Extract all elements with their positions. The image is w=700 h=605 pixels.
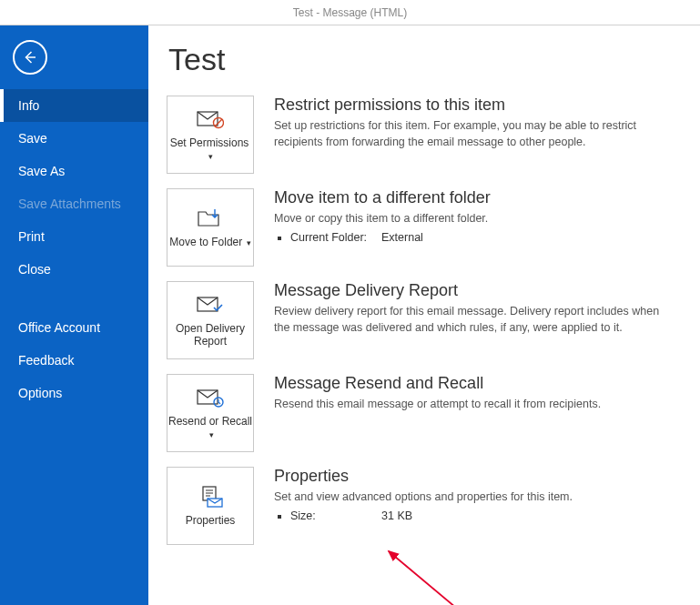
section-title-resend: Message Resend and Recall bbox=[274, 374, 673, 393]
envelope-restrict-icon bbox=[196, 107, 225, 131]
chevron-down-icon: ▾ bbox=[244, 238, 251, 247]
svg-line-11 bbox=[389, 551, 456, 605]
envelope-resend-icon bbox=[196, 386, 225, 409]
arrow-left-icon bbox=[22, 49, 38, 66]
annotation-arrow bbox=[383, 546, 474, 605]
tile-label: Open Delivery Report bbox=[167, 322, 253, 348]
section-title-delivery: Message Delivery Report bbox=[274, 281, 673, 300]
folder-move-icon bbox=[196, 207, 225, 230]
sidebar-item-options[interactable]: Options bbox=[0, 377, 148, 409]
section-desc: Review delivery report for this email me… bbox=[274, 304, 673, 336]
size-row: Size:31 KB bbox=[290, 509, 673, 522]
section-title-permissions: Restrict permissions to this item bbox=[274, 96, 673, 115]
properties-icon bbox=[196, 485, 225, 509]
back-button[interactable] bbox=[13, 40, 47, 75]
sidebar-item-save[interactable]: Save bbox=[0, 122, 148, 155]
set-permissions-button[interactable]: Set Permissions ▾ bbox=[167, 96, 254, 174]
resend-or-recall-button[interactable]: Resend or Recall ▾ bbox=[167, 374, 254, 452]
sidebar-item-close[interactable]: Close bbox=[0, 253, 148, 286]
backstage-sidebar: Info Save Save As Save Attachments Print… bbox=[0, 25, 148, 605]
tile-label: Properties bbox=[186, 514, 236, 527]
tile-label: Set Permissions bbox=[170, 136, 249, 149]
section-desc: Resend this email message or attempt to … bbox=[274, 397, 673, 413]
move-to-folder-button[interactable]: Move to Folder ▾ bbox=[167, 188, 254, 267]
backstage-main: Test Set Permissions ▾ Restrict permissi… bbox=[148, 25, 700, 605]
sidebar-item-feedback[interactable]: Feedback bbox=[0, 344, 148, 377]
properties-button[interactable]: Properties bbox=[167, 467, 254, 545]
open-delivery-report-button[interactable]: Open Delivery Report bbox=[167, 281, 254, 359]
section-title-properties: Properties bbox=[274, 467, 673, 486]
tile-label: Move to Folder bbox=[169, 236, 242, 248]
section-desc: Set up restrictions for this item. For e… bbox=[274, 118, 673, 150]
sidebar-item-info[interactable]: Info bbox=[0, 89, 148, 122]
sidebar-item-save-attachments: Save Attachments bbox=[0, 187, 148, 220]
sidebar-item-save-as[interactable]: Save As bbox=[0, 155, 148, 187]
chevron-down-icon: ▾ bbox=[209, 430, 214, 439]
window-title: Test - Message (HTML) bbox=[0, 0, 700, 25]
sidebar-item-office-account[interactable]: Office Account bbox=[0, 311, 148, 344]
section-desc: Move or copy this item to a different fo… bbox=[274, 211, 673, 227]
sidebar-item-print[interactable]: Print bbox=[0, 220, 148, 253]
envelope-check-icon bbox=[196, 293, 225, 317]
page-title: Test bbox=[168, 42, 673, 77]
tile-label: Resend or Recall bbox=[168, 415, 252, 428]
chevron-down-icon: ▾ bbox=[208, 152, 213, 161]
current-folder-row: Current Folder:External bbox=[290, 231, 673, 244]
svg-line-2 bbox=[215, 119, 222, 126]
section-desc: Set and view advanced options and proper… bbox=[274, 489, 673, 506]
section-title-move: Move item to a different folder bbox=[274, 188, 673, 207]
